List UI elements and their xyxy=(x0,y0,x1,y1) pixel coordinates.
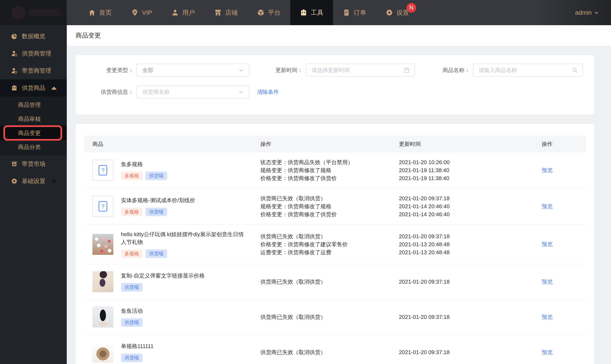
user-name: admin xyxy=(575,9,592,16)
chevron-down-icon xyxy=(594,10,599,15)
sidebar-item-distributor-management[interactable]: 带货商管理 xyxy=(0,62,67,79)
product-photo xyxy=(92,234,113,255)
product-photo xyxy=(92,342,113,363)
app-logo[interactable] xyxy=(0,0,67,25)
top-nav: 首页VIP用户店铺平台工具订单设置N admin xyxy=(0,0,611,25)
product-info: 复制-自定义弹窗文字链接显示价格供货喵 xyxy=(92,271,260,292)
svg-text:?: ? xyxy=(101,203,104,210)
time-line: 2021-01-19 11:38:40 xyxy=(399,174,542,182)
column-header-operation: 操作 xyxy=(260,141,399,148)
gear-icon xyxy=(386,9,393,16)
sidebar-item-supplier-management[interactable]: 供货商管理 xyxy=(0,45,67,62)
nav-item-vip[interactable]: VIP xyxy=(121,0,162,25)
nav-item-users[interactable]: 用户 xyxy=(162,0,205,25)
product-text: 实体多规格-测试成本价/划线价多规格供货喵 xyxy=(121,196,195,216)
product-text: 单规格111111供货喵 xyxy=(121,342,154,362)
product-info: ?实体多规格-测试成本价/划线价多规格供货喵 xyxy=(92,196,260,217)
nav-item-home[interactable]: 首页 xyxy=(78,0,121,25)
sidebar-item-label: 数据概览 xyxy=(22,32,45,40)
operation-cell: 供货商已失效（取消供货） xyxy=(260,348,399,356)
update-time-placeholder: 请选择更新时间 xyxy=(306,66,403,74)
operation-line: 规格变更：供货商修改了规格 xyxy=(260,202,399,210)
tag-blue: 供货喵 xyxy=(145,171,167,180)
preview-link[interactable]: 预览 xyxy=(542,167,553,174)
product-cell: ?鱼多规格多规格供货喵 xyxy=(84,160,260,181)
sidebar-item-data-overview[interactable]: 数据概览 xyxy=(0,28,67,45)
update-time-picker[interactable]: 请选择更新时间 xyxy=(306,64,415,77)
product-name-label: 商品名称： xyxy=(415,66,473,74)
svg-text:?: ? xyxy=(101,167,104,174)
broken-image-placeholder: ? xyxy=(92,196,113,217)
product-name-input[interactable]: 请输入商品名称 xyxy=(473,64,583,77)
sidebar-item-goods-categories[interactable]: 商品分类 xyxy=(0,140,67,154)
sidebar-item-supply-goods[interactable]: 供货商品 xyxy=(0,79,67,97)
sidebar-item-goods-management[interactable]: 商品管理 xyxy=(0,98,67,112)
user-menu[interactable]: admin xyxy=(535,0,611,25)
logo-mark-icon xyxy=(12,6,25,19)
column-header-product: 商品 xyxy=(84,141,260,148)
operation-cell: 供货商已失效（取消供货） xyxy=(260,313,399,321)
product-name: hello kitty公仔玩偶 kt娃娃摆件diy展示架创意生日情人节礼物 xyxy=(121,231,247,246)
time-line: 2021-01-20 09:37:18 xyxy=(399,278,542,286)
table-header: 商品 操作 更新时间 操作 xyxy=(84,136,586,152)
nav-item-label: 店铺 xyxy=(225,8,238,17)
sidebar-item-label: 供货商管理 xyxy=(22,50,51,57)
preview-link[interactable]: 预览 xyxy=(542,313,553,321)
sidebar: 数据概览供货商管理带货商管理供货商品商品管理商品审核商品变更商品分类带货市场基础… xyxy=(0,25,67,364)
preview-link[interactable]: 预览 xyxy=(542,278,553,286)
product-info: hello kitty公仔玩偶 kt娃娃摆件diy展示架创意生日情人节礼物多规格… xyxy=(92,231,260,258)
main-content: 商品变更 变更类型： 全部 更新时间： 请选择更新时间 商品名称 xyxy=(67,25,611,364)
table-row: hello kitty公仔玩偶 kt娃娃摆件diy展示架创意生日情人节礼物多规格… xyxy=(84,224,586,264)
preview-link[interactable]: 预览 xyxy=(542,203,553,210)
product-tags: 多规格供货喵 xyxy=(121,249,247,258)
action-cell: 预览 xyxy=(542,278,586,286)
product-text: hello kitty公仔玩偶 kt娃娃摆件diy展示架创意生日情人节礼物多规格… xyxy=(121,231,247,258)
nav-item-tools[interactable]: 工具 xyxy=(290,0,333,25)
supplier-placeholder: 供货商名称 xyxy=(137,88,238,96)
calendar-icon xyxy=(403,67,410,73)
product-name-placeholder: 请输入商品名称 xyxy=(473,66,572,74)
nav-item-orders[interactable]: 订单 xyxy=(333,0,376,25)
update-time-cell: 2021-01-20 09:37:18 xyxy=(399,278,542,286)
time-line: 2021-01-20 09:37:18 xyxy=(399,194,542,202)
change-type-value: 全部 xyxy=(137,66,238,74)
operation-line: 供货商已失效（取消供货） xyxy=(260,194,399,202)
sidebar-item-goods-changes[interactable]: 商品变更 xyxy=(0,126,67,140)
table-body: ?鱼多规格多规格供货喵状态变更：供货商品失效（平台禁用）规格变更：供货商修改了规… xyxy=(84,152,586,364)
supplier-select[interactable]: 供货商名称 xyxy=(136,85,249,98)
update-time-cell: 2021-01-20 09:37:182021-01-13 20:48:4820… xyxy=(399,232,542,256)
product-tags: 供货喵 xyxy=(121,353,154,362)
product-tags: 供货喵 xyxy=(121,318,143,327)
changes-table: 商品 操作 更新时间 操作 ?鱼多规格多规格供货喵状态变更：供货商品失效（平台禁… xyxy=(76,124,594,364)
product-tags: 多规格供货喵 xyxy=(121,171,167,180)
tag-orange: 多规格 xyxy=(121,208,143,216)
nav-item-label: 首页 xyxy=(99,8,112,17)
product-text: 复制-自定义弹窗文字链接显示价格供货喵 xyxy=(121,272,205,292)
user-icon xyxy=(171,9,179,16)
nav-item-platform[interactable]: 平台 xyxy=(247,0,290,25)
sidebar-item-goods-review[interactable]: 商品审核 xyxy=(0,112,67,126)
clear-filters-link[interactable]: 清除条件 xyxy=(257,88,279,96)
time-line: 2021-01-13 20:48:48 xyxy=(399,240,542,248)
chevron-down-icon xyxy=(238,67,244,73)
product-info: 单规格111111供货喵 xyxy=(92,342,260,363)
sidebar-item-label: 基础设置 xyxy=(22,177,45,185)
preview-link[interactable]: 预览 xyxy=(542,241,553,248)
operation-line: 供货商已失效（取消供货） xyxy=(260,313,399,321)
time-line: 2021-01-20 09:37:18 xyxy=(399,313,542,321)
sidebar-item-basic-settings[interactable]: 基础设置 xyxy=(0,172,67,190)
tools-icon xyxy=(300,9,307,16)
chevron-up-icon xyxy=(51,87,57,90)
nav-item-settings[interactable]: 设置N xyxy=(376,0,419,25)
product-info: ?鱼多规格多规格供货喵 xyxy=(92,160,260,181)
change-type-select[interactable]: 全部 xyxy=(136,64,249,77)
preview-link[interactable]: 预览 xyxy=(542,349,553,356)
nav-item-shops[interactable]: 店铺 xyxy=(205,0,247,25)
sidebar-item-label: 供货商品 xyxy=(22,84,45,92)
nav-item-label: 平台 xyxy=(268,8,281,17)
column-header-action: 操作 xyxy=(542,141,586,148)
tag-orange: 多规格 xyxy=(121,249,143,258)
sidebar-item-distribution-market[interactable]: 带货市场 xyxy=(0,155,67,172)
home-icon xyxy=(88,9,96,16)
notification-badge: N xyxy=(406,3,416,13)
